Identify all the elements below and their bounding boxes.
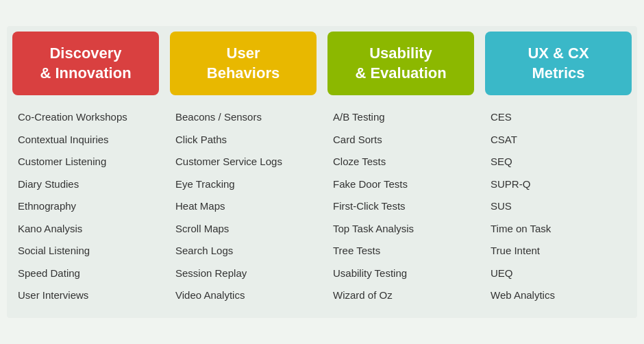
list-item: User Interviews (18, 284, 159, 307)
list-item: Heat Maps (175, 195, 317, 218)
list-item: Tree Tests (333, 240, 474, 262)
list-item: Web Analytics (491, 284, 632, 307)
list-item: Top Task Analysis (333, 218, 474, 241)
column-col-2: UserBehaviorsBeacons / SensorsClick Path… (164, 26, 322, 318)
column-items-col-3: A/B TestingCard SortsCloze TestsFake Doo… (322, 106, 480, 307)
list-item: Contextual Inquiries (18, 129, 159, 151)
list-item: First-Click Tests (333, 195, 474, 218)
column-header-col-4: UX & CXMetrics (485, 32, 632, 95)
list-item: Cloze Tests (333, 151, 474, 173)
list-item: Eye Tracking (175, 173, 317, 196)
column-header-col-2: UserBehaviors (170, 32, 317, 95)
main-grid: Discovery& InnovationCo-Creation Worksho… (7, 26, 637, 318)
column-items-col-4: CESCSATSEQSUPR-QSUSTime on TaskTrue Inte… (480, 106, 637, 307)
column-col-1: Discovery& InnovationCo-Creation Worksho… (7, 26, 164, 318)
list-item: Social Listening (18, 240, 159, 262)
column-col-3: Usability& EvaluationA/B TestingCard Sor… (322, 26, 480, 318)
column-items-col-1: Co-Creation WorkshopsContextual Inquirie… (7, 106, 164, 307)
list-item: Card Sorts (333, 129, 474, 151)
list-item: Ethnography (18, 195, 159, 218)
list-item: CSAT (491, 129, 632, 151)
list-item: Scroll Maps (175, 218, 317, 241)
list-item: Beacons / Sensors (175, 106, 317, 129)
list-item: Co-Creation Workshops (18, 106, 159, 129)
list-item: Fake Door Tests (333, 173, 474, 196)
column-header-col-1: Discovery& Innovation (12, 32, 159, 95)
list-item: Video Analytics (175, 284, 317, 307)
list-item: Usability Testing (333, 262, 474, 285)
list-item: Diary Studies (18, 173, 159, 196)
column-items-col-2: Beacons / SensorsClick PathsCustomer Ser… (164, 106, 322, 307)
list-item: Wizard of Oz (333, 284, 474, 307)
list-item: Customer Service Logs (175, 151, 317, 173)
list-item: SEQ (491, 151, 632, 173)
list-item: Time on Task (491, 218, 632, 241)
list-item: Session Replay (175, 262, 317, 285)
list-item: Click Paths (175, 129, 317, 151)
list-item: Speed Dating (18, 262, 159, 285)
list-item: Kano Analysis (18, 218, 159, 241)
list-item: SUPR-Q (491, 173, 632, 196)
list-item: True Intent (491, 240, 632, 262)
column-col-4: UX & CXMetricsCESCSATSEQSUPR-QSUSTime on… (480, 26, 637, 318)
list-item: Search Logs (175, 240, 317, 262)
list-item: A/B Testing (333, 106, 474, 129)
list-item: CES (491, 106, 632, 129)
list-item: Customer Listening (18, 151, 159, 173)
column-header-col-3: Usability& Evaluation (327, 32, 474, 95)
list-item: SUS (491, 195, 632, 218)
list-item: UEQ (491, 262, 632, 285)
